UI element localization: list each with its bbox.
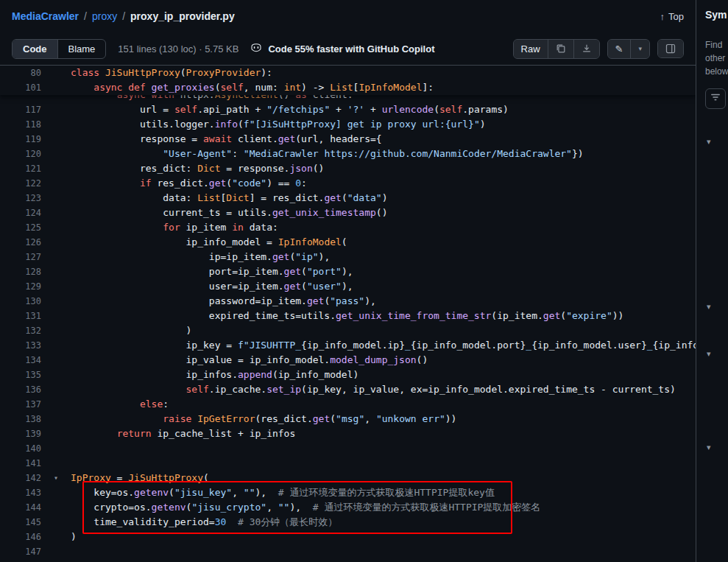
back-to-top-button[interactable]: ↑ Top xyxy=(660,11,684,22)
breadcrumb-folder-link[interactable]: proxy xyxy=(92,10,117,22)
code-line: 117 url = self.api_path + "/fetchips" + … xyxy=(0,102,696,117)
fold-gutter xyxy=(41,456,71,471)
fold-gutter xyxy=(41,147,71,161)
code-text: for ip_item in data: xyxy=(71,220,696,235)
code-text: if res_dict.get("code") == 0: xyxy=(71,176,696,191)
line-number[interactable]: 101 xyxy=(0,80,41,95)
tab-blame[interactable]: Blame xyxy=(58,40,106,58)
code-text: ip_infos.append(ip_info_model) xyxy=(71,368,696,382)
code-line: 128 port=ip_item.get("port"), xyxy=(0,264,696,279)
line-number[interactable]: 119 xyxy=(0,132,41,147)
code-line: 125 for ip_item in data: xyxy=(0,220,696,235)
fold-gutter xyxy=(41,117,71,132)
symbols-desc-line: below xyxy=(705,65,728,78)
code-text xyxy=(71,441,696,456)
fold-gutter xyxy=(41,191,71,206)
code-text xyxy=(71,544,696,559)
code-view: 80class JiSuHttpProxy(ProxyProvider):101… xyxy=(0,65,696,562)
line-number[interactable]: 147 xyxy=(0,544,41,559)
line-number[interactable]: 144 xyxy=(0,500,41,515)
breadcrumb: MediaCrawler / proxy / proxy_ip_provider… xyxy=(12,10,235,22)
code-text xyxy=(71,456,696,471)
line-number[interactable]: 132 xyxy=(0,323,41,338)
chevron-down-icon[interactable]: ▾ xyxy=(707,302,711,312)
code-text: response = await client.get(url, headers… xyxy=(71,132,696,147)
line-number[interactable]: 125 xyxy=(0,220,41,235)
symbols-toggle-group xyxy=(657,39,684,58)
code-text: url = self.api_path + "/fetchips" + '?' … xyxy=(71,102,696,117)
line-number[interactable]: 139 xyxy=(0,426,41,441)
chevron-down-icon[interactable]: ▾ xyxy=(707,443,711,452)
line-number[interactable]: 122 xyxy=(0,176,41,191)
line-number[interactable]: 140 xyxy=(0,441,41,456)
line-number[interactable]: 124 xyxy=(0,206,41,220)
symbols-panel: Sym Find other below ▾▾▾▾ xyxy=(696,0,728,562)
code-line: 132 ) xyxy=(0,323,696,338)
code-line: 134 ip_value = ip_info_model.model_dump_… xyxy=(0,353,696,368)
line-number[interactable]: 141 xyxy=(0,456,41,471)
line-number[interactable]: 127 xyxy=(0,250,41,264)
download-icon xyxy=(582,43,592,54)
code-text: raise IpGetError(res_dict.get("msg", "un… xyxy=(71,412,696,426)
toolbar-actions: Raw ✎ ▾ xyxy=(513,39,684,59)
code-text: user=ip_item.get("user"), xyxy=(71,279,696,294)
symbols-panel-toggle-button[interactable] xyxy=(658,40,683,57)
line-number[interactable]: 142 xyxy=(0,471,41,485)
line-number[interactable]: 129 xyxy=(0,279,41,294)
tab-code[interactable]: Code xyxy=(13,40,58,58)
code-text: ip_value = ip_info_model.model_dump_json… xyxy=(71,353,696,368)
line-number[interactable]: 118 xyxy=(0,117,41,132)
line-number[interactable]: 146 xyxy=(0,530,41,544)
code-line: 147 xyxy=(0,544,696,559)
line-number[interactable]: 137 xyxy=(0,397,41,412)
line-number[interactable]: 130 xyxy=(0,294,41,309)
line-number[interactable]: 126 xyxy=(0,235,41,250)
sticky-context-lines: 80class JiSuHttpProxy(ProxyProvider):101… xyxy=(0,66,696,95)
edit-button-group: ✎ ▾ xyxy=(607,39,650,59)
code-line: 143 key=os.getenv("jisu_key", ""), # 通过环… xyxy=(0,485,696,500)
copilot-banner[interactable]: Code 55% faster with GitHub Copilot xyxy=(250,42,434,56)
fold-gutter xyxy=(41,500,71,515)
line-number[interactable]: 131 xyxy=(0,309,41,323)
line-number[interactable]: 121 xyxy=(0,161,41,176)
clipped-line: 116 async with httpx.AsyncClient() as cl… xyxy=(0,95,696,102)
line-number[interactable]: 143 xyxy=(0,485,41,500)
line-number[interactable]: 123 xyxy=(0,191,41,206)
raw-button[interactable]: Raw xyxy=(514,40,548,58)
breadcrumb-separator: / xyxy=(122,10,125,22)
line-number[interactable]: 136 xyxy=(0,382,41,397)
line-number[interactable]: 134 xyxy=(0,353,41,368)
copy-button[interactable] xyxy=(548,40,573,58)
caret-down-icon: ▾ xyxy=(638,45,642,52)
fold-chevron-down-icon[interactable]: ▾ xyxy=(41,471,71,485)
line-number[interactable]: 128 xyxy=(0,264,41,279)
edit-button[interactable]: ✎ xyxy=(608,40,631,58)
edit-dropdown-button[interactable]: ▾ xyxy=(630,40,649,58)
fold-gutter xyxy=(41,220,71,235)
symbols-filter-button[interactable] xyxy=(705,88,726,109)
chevron-down-icon[interactable]: ▾ xyxy=(707,137,711,147)
line-number[interactable]: 145 xyxy=(0,515,41,530)
code-line: 118 utils.logger.info(f"[JiSuHttpProxy] … xyxy=(0,117,696,132)
file-header-bar: MediaCrawler / proxy / proxy_ip_provider… xyxy=(0,0,696,32)
fold-gutter xyxy=(41,323,71,338)
symbols-desc-line: other xyxy=(705,52,728,65)
line-number[interactable]: 80 xyxy=(0,66,41,80)
chevron-down-icon[interactable]: ▾ xyxy=(707,349,711,359)
line-number[interactable]: 117 xyxy=(0,102,41,117)
code-line: 116 async with httpx.AsyncClient() as cl… xyxy=(0,95,696,102)
code-text: return ip_cache_list + ip_infos xyxy=(71,426,696,441)
code-line: 133 ip_key = f"JISUHTTP_{ip_info_model.i… xyxy=(0,338,696,353)
line-number[interactable]: 120 xyxy=(0,147,41,161)
code-text: port=ip_item.get("port"), xyxy=(71,264,696,279)
breadcrumb-repo-link[interactable]: MediaCrawler xyxy=(12,10,79,22)
back-to-top-label: Top xyxy=(668,11,684,22)
code-text: time_validity_period=30 # 30分钟（最长时效） xyxy=(71,515,696,530)
line-number[interactable]: 135 xyxy=(0,368,41,382)
fold-gutter xyxy=(41,132,71,147)
line-number[interactable]: 138 xyxy=(0,412,41,426)
symbols-panel-description: Find other below xyxy=(705,38,728,78)
code-text: class JiSuHttpProxy(ProxyProvider): xyxy=(71,66,696,80)
line-number[interactable]: 133 xyxy=(0,338,41,353)
download-button[interactable] xyxy=(573,40,599,58)
